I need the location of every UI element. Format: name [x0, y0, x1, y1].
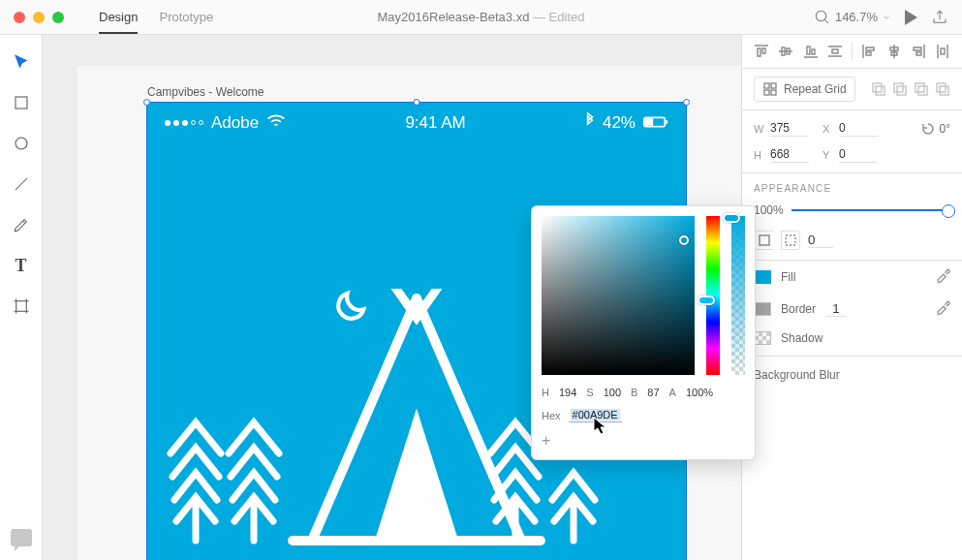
opacity-slider[interactable]: [791, 209, 950, 211]
border-width-input[interactable]: [825, 301, 847, 317]
svg-rect-8: [771, 83, 776, 88]
align-right-icon[interactable]: [911, 44, 926, 59]
selection-handle-tm[interactable]: [414, 99, 420, 106]
svg-rect-19: [760, 235, 769, 245]
svg-rect-16: [918, 86, 927, 95]
sat-value[interactable]: 100: [604, 387, 621, 398]
tab-design[interactable]: Design: [99, 1, 138, 34]
border-swatch[interactable]: [754, 302, 771, 316]
svg-rect-7: [764, 83, 769, 88]
svg-rect-5: [645, 118, 653, 125]
svg-point-2: [16, 138, 27, 149]
zoom-window-button[interactable]: [52, 12, 64, 23]
artboard-title[interactable]: Campvibes - Welcome: [147, 85, 264, 99]
align-hcenter-icon[interactable]: [886, 44, 902, 59]
saturation-value-field[interactable]: [542, 216, 695, 375]
gradient-fill-button[interactable]: [781, 231, 800, 250]
color-picker-popover[interactable]: H194 S100 B87 A100% Hex #00A9DE +: [531, 205, 756, 460]
filename: May2016Release-Beta3.xd: [378, 10, 530, 24]
bri-label: B: [631, 387, 637, 398]
hue-value[interactable]: 194: [559, 387, 576, 398]
search-icon: [814, 9, 831, 26]
pen-tool[interactable]: [12, 215, 31, 234]
alpha-value[interactable]: 100%: [686, 387, 713, 398]
width-input[interactable]: [770, 120, 809, 137]
ellipse-tool[interactable]: [12, 134, 31, 153]
solid-fill-button[interactable]: [754, 231, 773, 250]
border-label: Border: [781, 302, 816, 316]
subtract-icon[interactable]: [892, 81, 908, 97]
clock: 9:41 AM: [405, 113, 465, 133]
artboard-tool[interactable]: [12, 296, 31, 316]
svg-rect-14: [897, 86, 906, 95]
zoom-control[interactable]: 146.7%: [814, 9, 891, 26]
svg-rect-6: [666, 120, 667, 124]
fill-eyedropper[interactable]: [935, 267, 950, 286]
border-eyedropper[interactable]: [935, 299, 950, 318]
svg-rect-10: [771, 90, 776, 95]
alpha-label: A: [669, 387, 676, 398]
battery-percent: 42%: [603, 113, 636, 133]
align-bottom-icon[interactable]: [803, 44, 819, 59]
zoom-value: 146.7%: [835, 10, 878, 24]
add-swatch-button[interactable]: +: [542, 432, 745, 450]
union-icon[interactable]: [871, 81, 886, 97]
chevron-down-icon: [882, 13, 891, 22]
signal-dots-icon: [165, 120, 203, 126]
hue-label: H: [542, 387, 549, 398]
svg-rect-17: [937, 83, 946, 92]
appearance-heading: APPEARANCE: [742, 173, 962, 200]
svg-rect-18: [940, 86, 948, 95]
document-title: May2016Release-Beta3.xd — Edited: [378, 10, 585, 24]
shadow-swatch[interactable]: [754, 331, 771, 345]
svg-rect-15: [915, 83, 924, 92]
align-top-icon[interactable]: [754, 44, 769, 59]
alpha-handle[interactable]: [723, 213, 740, 223]
window-controls: [0, 12, 78, 23]
cursor-icon: [593, 417, 608, 440]
rotation-input[interactable]: 0°: [920, 120, 950, 137]
sv-cursor[interactable]: [679, 235, 689, 245]
svg-rect-11: [873, 83, 882, 92]
grid-icon: [762, 81, 778, 97]
line-tool[interactable]: [12, 174, 31, 194]
rectangle-tool[interactable]: [12, 93, 31, 112]
corner-radius-input[interactable]: [808, 233, 833, 248]
opacity-value[interactable]: 100%: [754, 203, 784, 217]
titlebar: Design Prototype May2016Release-Beta3.xd…: [0, 0, 962, 35]
alpha-slider[interactable]: [731, 216, 745, 375]
distribute-h-icon[interactable]: [935, 44, 950, 59]
share-icon[interactable]: [931, 9, 948, 26]
mode-tabs: Design Prototype: [99, 1, 213, 34]
text-tool[interactable]: T: [12, 256, 31, 275]
height-input[interactable]: [770, 146, 809, 163]
svg-rect-3: [16, 301, 26, 312]
intersect-icon[interactable]: [914, 81, 929, 97]
select-tool[interactable]: [12, 52, 31, 72]
selection-handle-tr[interactable]: [683, 99, 690, 106]
repeat-grid-button[interactable]: Repeat Grid: [754, 77, 855, 102]
close-window-button[interactable]: [14, 12, 25, 23]
x-input[interactable]: [839, 120, 878, 137]
y-input[interactable]: [839, 146, 878, 163]
align-vcenter-icon[interactable]: [778, 44, 793, 59]
minimize-window-button[interactable]: [33, 12, 45, 23]
tab-prototype[interactable]: Prototype: [159, 1, 213, 34]
svg-rect-13: [894, 83, 903, 92]
preview-button[interactable]: [905, 10, 917, 25]
fill-swatch[interactable]: [754, 270, 771, 284]
svg-rect-12: [876, 86, 884, 95]
device-status-bar: Adobe 9:41 AM 42%: [147, 103, 686, 137]
shadow-label: Shadow: [781, 331, 822, 345]
svg-rect-9: [764, 90, 769, 95]
align-left-icon[interactable]: [861, 44, 877, 59]
repeat-grid-label: Repeat Grid: [784, 82, 847, 96]
property-inspector: Repeat Grid W X 0° H Y APPEARANCE 100% F…: [741, 35, 962, 560]
selection-handle-tl[interactable]: [143, 99, 150, 106]
hue-handle[interactable]: [698, 296, 715, 305]
distribute-v-icon[interactable]: [827, 44, 843, 59]
exclude-icon[interactable]: [935, 81, 950, 97]
feedback-button[interactable]: [11, 529, 32, 546]
bri-value[interactable]: 87: [647, 387, 659, 398]
tool-panel: T: [0, 35, 43, 560]
